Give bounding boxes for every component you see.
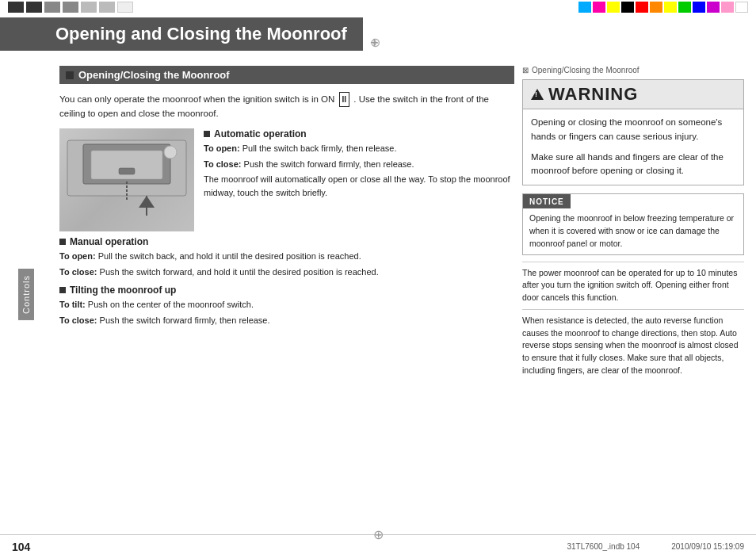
warning-paragraph2: Make sure all hands and fingers are clea… — [531, 151, 735, 179]
crosshair-top: ⊕ — [370, 35, 386, 51]
swatch-purple — [707, 2, 720, 13]
page-number: 104 — [12, 541, 30, 553]
warning-paragraph1: Opening or closing the moonroof on someo… — [531, 116, 735, 144]
auto-op-open-label: To open: — [204, 143, 240, 153]
moonroof-image-inner — [59, 128, 194, 231]
info-text-2: When resistance is detected, the auto re… — [522, 315, 739, 375]
info-text-1: The power moonroof can be operated for u… — [522, 268, 737, 303]
manual-op-open: To open: Pull the switch back, and hold … — [59, 250, 514, 263]
manual-op-open-label: To open: — [59, 251, 96, 261]
section-title: Opening/Closing the Moonroof — [78, 69, 230, 81]
tilt-op-tilt: To tilt: Push on the center of the moonr… — [59, 298, 514, 311]
tilt-op-close: To close: Push the switch forward firmly… — [59, 314, 514, 327]
tilt-title: Tilting the moonroof up — [70, 285, 176, 296]
auto-op-close-label: To close: — [204, 159, 241, 169]
manual-op-header: Manual operation — [59, 236, 514, 247]
svg-point-7 — [164, 146, 177, 159]
swatch-cyan — [578, 2, 591, 13]
swatch-light2 — [99, 2, 115, 13]
manual-op-square — [59, 239, 66, 245]
swatch-light1 — [81, 2, 97, 13]
swatch-black2 — [26, 2, 42, 13]
info-paragraph-1: The power moonroof can be operated for u… — [522, 262, 744, 309]
swatch-white — [117, 2, 133, 13]
moonroof-image — [59, 128, 194, 231]
manual-op-close-text: Push the switch forward, and hold it unt… — [100, 267, 379, 277]
section-header: Opening/Closing the Moonroof — [59, 66, 514, 84]
warning-triangle-icon — [531, 89, 544, 100]
page-title: Opening and Closing the Moonroof — [55, 24, 347, 44]
swatch-magenta — [593, 2, 605, 13]
xref-text: Opening/Closing the Moonroof — [532, 66, 640, 75]
tilt-close-label: To close: — [59, 315, 97, 325]
swatch-green — [678, 2, 691, 13]
auto-op-open-text: Pull the switch back firmly, then releas… — [242, 143, 397, 153]
manual-op-close: To close: Push the switch forward, and h… — [59, 266, 514, 279]
info-paragraph-2: When resistance is detected, the auto re… — [522, 309, 744, 382]
swatch-gray1 — [44, 2, 60, 13]
swatch-gray2 — [63, 2, 78, 13]
swatch-white2 — [735, 2, 748, 13]
black-squares — [8, 2, 133, 13]
swatch-red — [636, 2, 648, 13]
manual-operation-section: Manual operation To open: Pull the switc… — [59, 236, 514, 278]
right-column: ⊠ Opening/Closing the Moonroof WARNING O… — [522, 66, 744, 526]
color-swatches — [578, 2, 748, 13]
tilt-section: Tilting the moonroof up To tilt: Push on… — [59, 285, 514, 327]
header-title-box: Opening and Closing the Moonroof — [0, 17, 363, 51]
notice-label: NOTICE — [529, 197, 564, 206]
footer-right-group: 31TL7600_.indb 104 2010/09/10 15:19:09 — [567, 542, 744, 551]
swatch-black — [8, 2, 24, 13]
manual-op-open-text: Pull the switch back, and hold it until … — [98, 251, 361, 261]
svg-rect-2 — [91, 151, 162, 179]
swatch-yellow2 — [664, 2, 677, 13]
notice-text: Opening the moonroof in below freezing t… — [529, 213, 734, 248]
crosshair-bottom: ⊕ — [373, 527, 384, 542]
warning-body: Opening or closing the moonroof on someo… — [523, 109, 743, 185]
warning-header: WARNING — [523, 80, 743, 109]
auto-op-square — [204, 131, 210, 137]
left-column: Opening/Closing the Moonroof You can onl… — [59, 66, 514, 526]
swatch-yellow — [607, 2, 620, 13]
tilt-text: Push on the center of the moonroof switc… — [88, 300, 254, 309]
swatch-orange — [650, 2, 662, 13]
auto-op-header: Automatic operation — [204, 128, 514, 140]
tilt-close-text: Push the switch forward firmly, then rel… — [100, 315, 270, 325]
swatch-blue — [693, 2, 705, 13]
footer: 104 ⊕ 31TL7600_.indb 104 2010/09/10 15:1… — [0, 534, 756, 558]
section-header-square — [66, 71, 74, 79]
ignition-symbol: II — [339, 92, 350, 107]
top-color-bar — [0, 0, 756, 14]
footer-timestamp: 2010/09/10 15:19:09 — [671, 542, 744, 551]
svg-rect-3 — [119, 168, 135, 174]
tilt-square — [59, 287, 66, 293]
sidebar-label: Controls — [18, 269, 34, 320]
manual-op-close-label: To close: — [59, 267, 97, 277]
intro-text: You can only operate the moonroof when t… — [59, 92, 514, 120]
main-content: Opening/Closing the Moonroof You can onl… — [52, 54, 756, 534]
auto-op-title: Automatic operation — [214, 128, 307, 140]
left-sidebar: Controls — [0, 54, 52, 534]
car-svg — [59, 128, 194, 231]
notice-header: NOTICE — [523, 194, 571, 208]
auto-op-section: Automatic operation To open: Pull the sw… — [59, 128, 514, 236]
tilt-header: Tilting the moonroof up — [59, 285, 514, 296]
header-banner: Opening and Closing the Moonroof ⊕ — [0, 14, 756, 54]
xref-header: ⊠ Opening/Closing the Moonroof — [522, 66, 744, 75]
notice-body: Opening the moonroof in below freezing t… — [523, 208, 743, 254]
notice-box: NOTICE Opening the moonroof in below fre… — [522, 193, 744, 254]
auto-op-close-text: Push the switch forward firmly, then rel… — [244, 159, 414, 169]
manual-op-title: Manual operation — [70, 236, 148, 247]
warning-box: WARNING Opening or closing the moonroof … — [522, 79, 744, 185]
swatch-k — [621, 2, 634, 13]
warning-title: WARNING — [548, 84, 638, 105]
swatch-pink — [721, 2, 734, 13]
tilt-label: To tilt: — [59, 300, 86, 309]
car-interior-illustration — [59, 128, 194, 231]
footer-file-info: 31TL7600_.indb 104 — [567, 542, 640, 551]
xref-icon: ⊠ — [522, 66, 529, 75]
